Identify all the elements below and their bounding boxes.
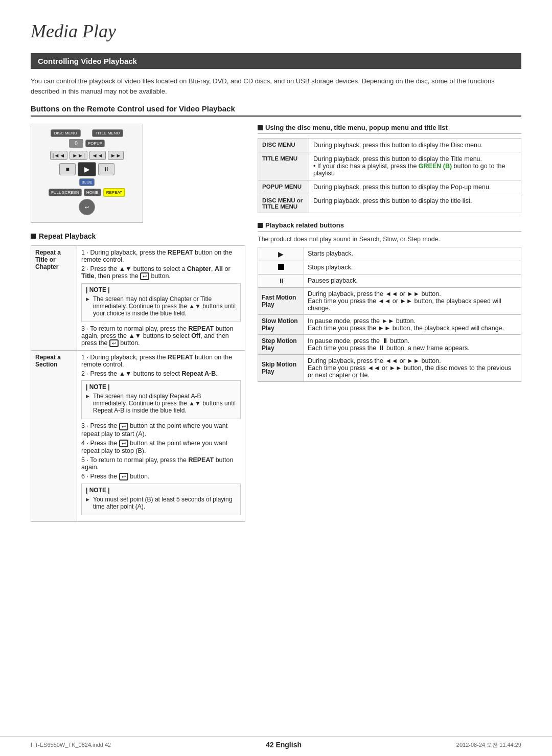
note-block-3: | NOTE | You must set point (B) at least… [81,484,241,515]
title-menu-desc: During playback, press this button to di… [309,152,521,180]
repeat-section-row: Repeat a Section 1 · During playback, pr… [31,351,245,522]
disc-title-desc: During playback, press this button to di… [309,194,521,213]
repeat-table: Repeat a Title or Chapter 1 · During pla… [31,245,245,522]
playback-buttons-section: Playback related buttons The product doe… [258,221,521,382]
slow-motion-row: Slow Motion Play In pause mode, press th… [258,315,521,335]
footer: HT-ES6550W_TK_0824.indd 42 42 English 20… [0,736,552,749]
note-block-2: | NOTE | The screen may not display Repe… [81,380,241,419]
number-zero-btn: 0 [69,139,83,148]
blue-btn: BLUE [79,178,95,186]
page-title: Media Play [31,20,521,42]
step-motion-desc: In pause mode, press the ⏸ button. Each … [304,335,521,355]
sec-step6: 6 · Press the ↩ button. [81,473,241,480]
pause-icon: ⏸ [278,277,284,285]
repeat-icon-5: ↩ [119,473,128,480]
note-item-1: The screen may not display Chapter or Ti… [86,295,236,317]
note-item-3: You must set point (B) at least 5 second… [86,496,236,510]
repeat-icon-4: ↩ [119,440,128,447]
page-content: Media Play Controlling Video Playback Yo… [0,0,552,542]
disc-menu-btn: DISC MENU [51,129,81,137]
title-menu-btn: TITLE MENU [92,129,124,137]
sec-step2: 2 · Press the ▲▼ buttons to select Repea… [81,370,241,377]
disc-menu-section-title: Using the disc menu, title menu, popup m… [258,124,521,134]
repeat-title-row: Repeat a Title or Chapter 1 · During pla… [31,246,245,351]
next-chapter-btn: ►►| [70,151,87,160]
green-b-label: GREEN (B) [419,163,452,170]
repeat-section-content: 1 · During playback, press the REPEAT bu… [77,351,245,522]
step-motion-row: Step Motion Play In pause mode, press th… [258,335,521,355]
sec-step3: 3 · Press the ↩ button at the point wher… [81,422,241,437]
subsection-title: Buttons on the Remote Control used for V… [31,104,521,117]
disc-menu-row: DISC MENU During playback, press this bu… [258,139,521,152]
footer-right: 2012-08-24 오전 11:44:29 [456,741,521,749]
right-column: Using the disc menu, title menu, popup m… [258,124,521,522]
step3: 3 · To return to normal play, press the … [81,325,241,347]
step2: 2 · Press the ▲▼ buttons to select a Cha… [81,265,241,280]
repeat-icon-3: ↩ [119,423,128,430]
step-motion-label: Step Motion Play [258,335,304,355]
disc-title-row: DISC MENU or TITLE MENU During playback,… [258,194,521,213]
skip-motion-row: Skip Motion Play During playback, press … [258,355,521,382]
sec-step4: 4 · Press the ↩ button at the point wher… [81,440,241,454]
playback-buttons-title: Playback related buttons [258,221,521,232]
repeat-icon-1: ↩ [140,272,149,280]
play-icon-cell: ▶ [258,247,304,261]
left-column: DISC MENU TITLE MENU 0 POPUP |◄◄ ►►| ◄◄ … [31,124,245,522]
intro-text: You can control the playback of video fi… [31,76,521,96]
repeat-title-content: 1 · During playback, press the REPEAT bu… [77,246,245,351]
skip-motion-label: Skip Motion Play [258,355,304,382]
bullet-icon-3 [258,223,263,228]
pause-desc: Pauses playback. [304,274,521,288]
stop-btn: ■ [59,163,76,175]
full-screen-btn: FULL SCREEN [49,189,82,196]
bullet-icon [31,234,36,239]
disc-menu-table: DISC MENU During playback, press this bu… [258,138,521,213]
repeat-title-label: Repeat a Title or Chapter [31,246,77,351]
disc-title-label: DISC MENU or TITLE MENU [258,194,309,213]
product-note: The product does not play sound in Searc… [258,236,521,243]
play-icon: ▶ [278,250,284,258]
sec-step5: 5 · To return to normal play, press the … [81,456,241,471]
repeat-section-label: Repeat a Section [31,351,77,522]
step1: 1 · During playback, press the REPEAT bu… [81,249,241,263]
rewind-btn: ◄◄ [89,151,106,160]
repeat-btn: REPEAT [103,188,125,197]
pause-btn: ⏸ [98,163,114,175]
fast-motion-desc: During playback, press the ◄◄ or ►► butt… [304,288,521,315]
pause-row: ⏸ Pauses playback. [258,274,521,288]
stop-row: Stops playback. [258,261,521,274]
playback-table: ▶ Starts playback. Stops playback. ⏸ Pau… [258,247,521,382]
sec-step1: 1 · During playback, press the REPEAT bu… [81,354,241,368]
remote-diagram: DISC MENU TITLE MENU 0 POPUP |◄◄ ►►| ◄◄ … [31,124,143,223]
ffwd-btn: ►► [108,151,124,160]
section-header: Controlling Video Playback [31,53,521,69]
play-desc: Starts playback. [304,247,521,261]
enter-btn: ↩ [79,199,95,215]
popup-menu-desc: During playback, press this button to di… [309,180,521,194]
two-col-layout: DISC MENU TITLE MENU 0 POPUP |◄◄ ►►| ◄◄ … [31,124,521,522]
page-number: 42 English [266,741,302,749]
play-btn: ▶ [78,162,96,176]
fast-motion-row: Fast Motion Play During playback, press … [258,288,521,315]
title-menu-label: TITLE MENU [258,152,309,180]
note-block-1: | NOTE | The screen may not display Chap… [81,283,241,322]
play-row: ▶ Starts playback. [258,247,521,261]
popup-menu-label: POPUP MENU [258,180,309,194]
fast-motion-label: Fast Motion Play [258,288,304,315]
slow-motion-label: Slow Motion Play [258,315,304,335]
stop-icon [278,264,284,270]
title-menu-row: TITLE MENU During playback, press this b… [258,152,521,180]
pause-icon-cell: ⏸ [258,274,304,288]
prev-chapter-btn: |◄◄ [50,151,68,160]
popup-menu-row: POPUP MENU During playback, press this b… [258,180,521,194]
skip-motion-desc: During playback, press the ◄◄ or ►► butt… [304,355,521,382]
home-btn: HOME [84,189,101,196]
slow-motion-desc: In pause mode, press the ►► button. Each… [304,315,521,335]
repeat-playback-title: Repeat Playback [31,232,245,240]
footer-left: HT-ES6550W_TK_0824.indd 42 [31,742,111,748]
disc-menu-label: DISC MENU [258,139,309,152]
note-item-2: The screen may not display Repeat A-B im… [86,393,236,414]
bullet-icon-2 [258,125,263,130]
disc-menu-section: Using the disc menu, title menu, popup m… [258,124,521,213]
popup-btn: POPUP [85,140,105,147]
